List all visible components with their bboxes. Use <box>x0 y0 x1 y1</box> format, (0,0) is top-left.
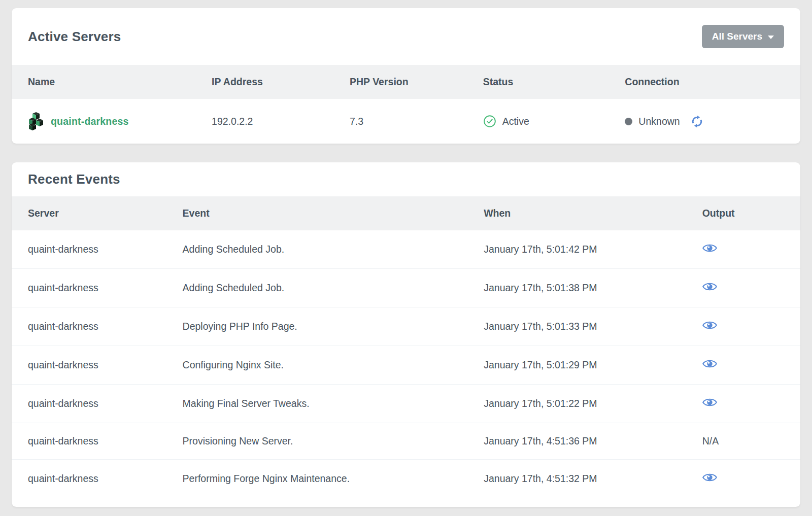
col-connection: Connection <box>608 65 800 99</box>
view-output-button[interactable] <box>702 243 717 254</box>
eye-icon <box>702 281 717 292</box>
recent-events-title: Recent Events <box>28 171 120 187</box>
event-server-name: quaint-darkness <box>28 398 98 409</box>
event-description: Adding Scheduled Job. <box>183 244 285 255</box>
view-output-button[interactable] <box>702 358 717 369</box>
event-row: quaint-darkness Adding Scheduled Job. Ja… <box>12 230 800 269</box>
server-provider-icon <box>28 112 45 130</box>
col-status: Status <box>467 65 609 99</box>
event-timestamp: January 17th, 5:01:29 PM <box>484 359 597 370</box>
active-servers-card: Active Servers All Servers Name IP Addre… <box>12 8 800 144</box>
event-row: quaint-darkness Provisioning New Server.… <box>12 423 800 460</box>
event-server-name: quaint-darkness <box>28 244 98 255</box>
col-server: Server <box>12 196 166 230</box>
eye-icon <box>702 358 717 369</box>
server-ip-address: 192.0.2.2 <box>212 116 253 127</box>
event-description: Making Final Server Tweaks. <box>183 398 310 409</box>
event-server-name: quaint-darkness <box>28 435 98 446</box>
eye-icon <box>702 243 717 254</box>
refresh-icon <box>690 115 704 128</box>
event-timestamp: January 17th, 5:01:33 PM <box>484 321 597 332</box>
server-name-link[interactable]: quaint-darkness <box>51 116 129 127</box>
event-timestamp: January 17th, 5:01:38 PM <box>484 282 597 293</box>
event-row: quaint-darkness Making Final Server Twea… <box>12 385 800 423</box>
view-output-button[interactable] <box>702 472 717 483</box>
event-server-name: quaint-darkness <box>28 282 98 293</box>
view-output-button[interactable] <box>702 397 717 408</box>
event-description: Configuring Nginx Site. <box>183 359 284 370</box>
all-servers-dropdown[interactable]: All Servers <box>702 25 784 48</box>
event-timestamp: January 17th, 5:01:22 PM <box>484 398 597 409</box>
col-name: Name <box>12 65 195 99</box>
recent-events-header-row: Server Event When Output <box>12 196 800 230</box>
all-servers-dropdown-label: All Servers <box>712 31 762 42</box>
event-timestamp: January 17th, 4:51:32 PM <box>484 473 597 484</box>
recent-events-table: Server Event When Output quaint-darkness… <box>12 196 800 498</box>
recent-events-body: quaint-darkness Adding Scheduled Job. Ja… <box>12 230 800 498</box>
active-servers-header: Active Servers All Servers <box>12 8 800 65</box>
eye-icon <box>702 320 717 331</box>
active-servers-title: Active Servers <box>28 29 121 45</box>
view-output-button[interactable] <box>702 281 717 292</box>
col-php-version: PHP Version <box>333 65 467 99</box>
event-timestamp: January 17th, 4:51:36 PM <box>484 435 597 446</box>
event-row: quaint-darkness Configuring Nginx Site. … <box>12 346 800 385</box>
col-when: When <box>467 196 686 230</box>
server-status-text: Active <box>502 116 529 127</box>
event-server-name: quaint-darkness <box>28 321 98 332</box>
recent-events-card: Recent Events Server Event When Output q… <box>12 162 800 507</box>
active-servers-table: Name IP Address PHP Version Status Conne… <box>12 65 800 144</box>
server-php-version: 7.3 <box>350 116 363 127</box>
event-row: quaint-darkness Adding Scheduled Job. Ja… <box>12 269 800 307</box>
event-row: quaint-darkness Deploying PHP Info Page.… <box>12 307 800 346</box>
event-row: quaint-darkness Performing Forge Nginx M… <box>12 460 800 498</box>
refresh-connection-button[interactable] <box>690 115 704 128</box>
event-description: Performing Forge Nginx Maintenance. <box>183 473 350 484</box>
event-description: Adding Scheduled Job. <box>183 282 285 293</box>
eye-icon <box>702 397 717 408</box>
connection-status-dot <box>625 118 632 125</box>
event-timestamp: January 17th, 5:01:42 PM <box>484 244 597 255</box>
status-check-icon <box>483 115 496 128</box>
view-output-button[interactable] <box>702 320 717 331</box>
event-server-name: quaint-darkness <box>28 473 98 484</box>
server-connection-text: Unknown <box>638 116 680 127</box>
server-row: quaint-darkness 192.0.2.2 7.3 Active <box>12 99 800 144</box>
event-server-name: quaint-darkness <box>28 359 98 370</box>
recent-events-header: Recent Events <box>12 162 800 196</box>
col-event: Event <box>166 196 468 230</box>
output-na-text: N/A <box>702 435 719 446</box>
col-ip-address: IP Address <box>195 65 333 99</box>
event-description: Deploying PHP Info Page. <box>183 321 297 332</box>
event-description: Provisioning New Server. <box>183 435 293 446</box>
chevron-down-icon <box>768 36 774 39</box>
eye-icon <box>702 472 717 483</box>
col-output: Output <box>686 196 800 230</box>
active-servers-header-row: Name IP Address PHP Version Status Conne… <box>12 65 800 99</box>
